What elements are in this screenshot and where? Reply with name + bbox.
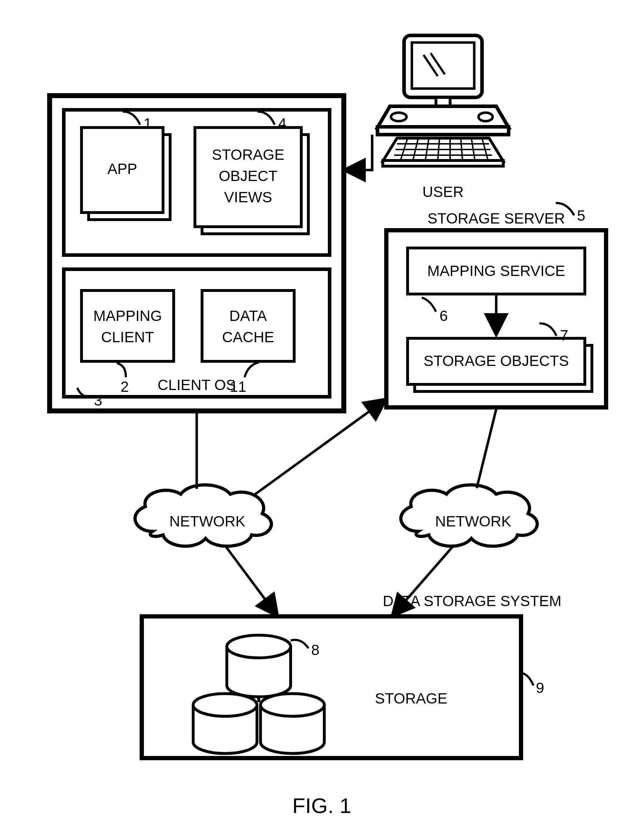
ref-3: 3 <box>94 392 102 409</box>
svg-point-42 <box>193 694 257 716</box>
network-cloud-right: NETWORK <box>401 485 537 546</box>
sov-l2: OBJECT <box>219 168 278 184</box>
user-computer-icon <box>378 35 509 166</box>
svg-point-15 <box>479 112 493 121</box>
svg-point-43 <box>260 694 324 716</box>
svg-point-16 <box>391 112 406 121</box>
ref-7: 7 <box>560 327 568 344</box>
svg-line-37 <box>477 409 496 488</box>
svg-rect-14 <box>378 127 509 135</box>
svg-rect-8 <box>202 290 294 361</box>
network-left-label: NETWORK <box>170 513 246 530</box>
client-container: APP 1 STORAGE OBJECT VIEWS 4 CLIENT OS M… <box>50 96 344 411</box>
network-cloud-left: NETWORK <box>135 485 271 546</box>
app-label: APP <box>107 160 137 177</box>
dc-l2: CACHE <box>222 329 274 345</box>
storage-objects-box: STORAGE OBJECTS <box>408 338 592 391</box>
data-storage-system-box: STORAGE 8 9 <box>142 616 544 758</box>
app-box: APP <box>81 128 170 220</box>
ref-9: 9 <box>536 680 544 696</box>
ref-5: 5 <box>577 207 585 224</box>
svg-line-36 <box>225 545 276 615</box>
storage-server-box: MAPPING SERVICE 6 STORAGE OBJECTS 7 <box>386 230 606 407</box>
figure-caption: FIG. 1 <box>292 794 352 817</box>
storage-object-views-box: STORAGE OBJECT VIEWS <box>195 128 308 234</box>
svg-point-40 <box>227 635 290 658</box>
data-cache-box: DATA CACHE <box>202 290 294 361</box>
ref-11: 11 <box>230 379 246 395</box>
svg-line-35 <box>255 400 385 494</box>
sov-l1: STORAGE <box>212 146 285 163</box>
ref-6: 6 <box>439 307 448 324</box>
svg-rect-10 <box>412 43 474 89</box>
svg-rect-7 <box>81 290 174 361</box>
ref-8: 8 <box>311 642 319 658</box>
ref-1: 1 <box>144 115 152 132</box>
storage-label: STORAGE <box>375 690 448 707</box>
ref-4: 4 <box>278 115 286 132</box>
user-label: USER <box>422 184 464 200</box>
mc-l2: CLIENT <box>101 329 154 345</box>
client-os-label: CLIENT OS <box>158 377 236 393</box>
mapping-service-label: MAPPING SERVICE <box>427 263 565 279</box>
storage-objects-label: STORAGE OBJECTS <box>424 352 569 369</box>
dc-l1: DATA <box>229 307 267 324</box>
sov-l3: VIEWS <box>224 189 272 206</box>
mc-l1: MAPPING <box>93 307 162 324</box>
storage-server-label: STORAGE SERVER <box>427 210 565 227</box>
svg-rect-17 <box>383 160 503 166</box>
ref-2: 2 <box>121 379 128 395</box>
diagram-canvas: APP 1 STORAGE OBJECT VIEWS 4 CLIENT OS M… <box>0 0 644 830</box>
mapping-client-box: MAPPING CLIENT <box>81 290 174 361</box>
data-storage-system-label: DATA STORAGE SYSTEM <box>383 592 562 609</box>
network-right-label: NETWORK <box>435 513 511 530</box>
